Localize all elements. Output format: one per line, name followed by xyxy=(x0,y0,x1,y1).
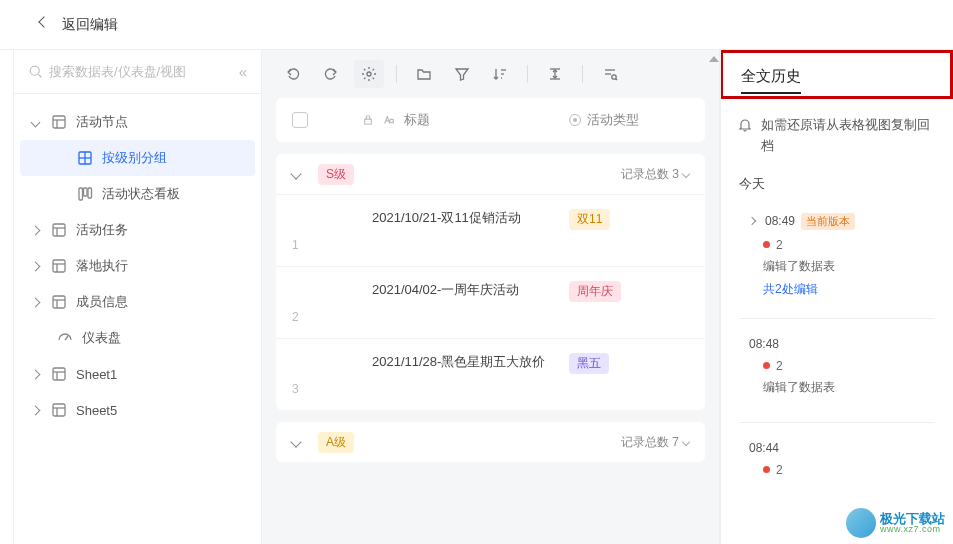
column-type[interactable]: 活动类型 xyxy=(569,111,689,129)
svg-rect-11 xyxy=(53,224,65,236)
filter-button[interactable] xyxy=(447,60,477,88)
svg-rect-17 xyxy=(53,296,65,308)
history-time: 08:48 xyxy=(749,337,779,351)
column-title[interactable]: 标题 xyxy=(362,111,555,129)
folder-button[interactable] xyxy=(409,60,439,88)
table-icon xyxy=(50,294,68,310)
table-icon xyxy=(50,114,68,130)
red-dot-icon xyxy=(763,241,770,248)
chevron-right-icon xyxy=(28,299,42,306)
history-desc: 编辑了数据表 xyxy=(763,258,935,275)
sidebar-item-label: 活动节点 xyxy=(76,113,128,131)
column-type-label: 活动类型 xyxy=(587,111,639,129)
svg-rect-10 xyxy=(88,188,92,198)
select-type-icon xyxy=(569,114,581,126)
svg-rect-39 xyxy=(365,119,372,124)
dashboard-icon xyxy=(56,330,74,346)
group-tag: S级 xyxy=(318,164,354,185)
sidebar-item-status-board[interactable]: 活动状态看板 xyxy=(20,176,255,212)
table-icon xyxy=(50,402,68,418)
redo-button[interactable] xyxy=(316,60,346,88)
red-dot-icon xyxy=(763,362,770,369)
group-count[interactable]: 记录总数 7 xyxy=(621,434,689,451)
search-table-button[interactable] xyxy=(595,60,625,88)
table-row[interactable]: 3 2021/11/28-黑色星期五大放价 黑五 xyxy=(276,338,705,410)
chevron-right-icon xyxy=(28,263,42,270)
row-type: 双11 xyxy=(569,209,689,230)
history-item[interactable]: 08:48 2 编辑了数据表 xyxy=(739,329,935,418)
group-header[interactable]: A级 记录总数 7 xyxy=(276,422,705,462)
back-to-edit-link[interactable]: 返回编辑 xyxy=(40,16,118,34)
row-title: 2021/04/02-一周年庆活动 xyxy=(332,281,569,299)
sidebar-item-label: 落地执行 xyxy=(76,257,128,275)
divider xyxy=(739,318,935,319)
group-tag: A级 xyxy=(318,432,354,453)
search-input[interactable] xyxy=(49,64,235,79)
sidebar-item-members[interactable]: 成员信息 xyxy=(20,284,255,320)
sidebar-item-execution[interactable]: 落地执行 xyxy=(20,248,255,284)
group-header[interactable]: S级 记录总数 3 xyxy=(276,154,705,194)
back-label: 返回编辑 xyxy=(62,16,118,34)
sidebar-item-dashboard[interactable]: 仪表盘 xyxy=(20,320,255,356)
chevron-right-icon xyxy=(28,371,42,378)
row-title: 2021/11/28-黑色星期五大放价 xyxy=(332,353,569,371)
sidebar-item-label: 成员信息 xyxy=(76,293,128,311)
sidebar-item-sheet1[interactable]: Sheet1 xyxy=(20,356,255,392)
left-rail xyxy=(0,50,14,544)
svg-point-27 xyxy=(367,72,371,76)
table-row[interactable]: 2 2021/04/02-一周年庆活动 周年庆 xyxy=(276,266,705,338)
kanban-icon xyxy=(76,186,94,202)
history-change-count: 2 xyxy=(763,238,935,252)
sidebar-item-label: 仪表盘 xyxy=(82,329,121,347)
chevron-down-icon xyxy=(292,170,308,178)
chevron-left-icon xyxy=(40,18,54,32)
table-icon xyxy=(50,258,68,274)
history-desc: 编辑了数据表 xyxy=(763,379,935,396)
search-icon xyxy=(28,64,43,79)
table-icon xyxy=(50,366,68,382)
watermark-name: 极光下载站 xyxy=(880,512,945,525)
history-item[interactable]: 08:49 当前版本 2 编辑了数据表 共2处编辑 xyxy=(739,205,935,314)
undo-button[interactable] xyxy=(278,60,308,88)
group-a: A级 记录总数 7 xyxy=(276,422,705,462)
settings-button[interactable] xyxy=(354,60,384,88)
svg-rect-14 xyxy=(53,260,65,272)
toolbar xyxy=(262,50,719,98)
history-item[interactable]: 08:44 2 xyxy=(739,433,935,499)
history-panel: 全文历史 如需还原请从表格视图复制回档 今天 08:49 当前版本 2 xyxy=(721,50,953,544)
sidebar-item-label: Sheet1 xyxy=(76,367,117,382)
svg-rect-8 xyxy=(79,188,83,200)
watermark-icon xyxy=(846,508,876,538)
table-row[interactable]: 1 2021/10/21-双11促销活动 双11 xyxy=(276,194,705,266)
collapse-sidebar-button[interactable]: « xyxy=(235,63,251,80)
sidebar-item-sheet5[interactable]: Sheet5 xyxy=(20,392,255,428)
current-version-badge: 当前版本 xyxy=(801,213,855,230)
chevron-down-icon xyxy=(682,170,690,178)
sidebar-item-label: 按级别分组 xyxy=(102,149,167,167)
scroll-up-icon[interactable] xyxy=(709,56,719,62)
table-icon xyxy=(50,222,68,238)
select-all-checkbox[interactable] xyxy=(292,112,308,128)
history-link[interactable]: 共2处编辑 xyxy=(763,281,935,298)
group-count[interactable]: 记录总数 3 xyxy=(621,166,689,183)
watermark: 极光下载站 www.xz7.com xyxy=(846,508,945,538)
sidebar-item-group-by-level[interactable]: 按级别分组 xyxy=(20,140,255,176)
history-header[interactable]: 全文历史 xyxy=(741,67,801,86)
sidebar-item-activity-nodes[interactable]: 活动节点 xyxy=(20,104,255,140)
lock-icon xyxy=(362,114,374,126)
svg-line-38 xyxy=(616,79,617,80)
sidebar-item-label: 活动任务 xyxy=(76,221,128,239)
svg-point-37 xyxy=(612,75,616,79)
divider xyxy=(739,422,935,423)
history-time: 08:49 xyxy=(765,214,795,228)
sidebar-item-label: 活动状态看板 xyxy=(102,185,180,203)
bell-icon xyxy=(737,117,753,133)
watermark-url: www.xz7.com xyxy=(880,525,945,534)
sidebar-item-activity-tasks[interactable]: 活动任务 xyxy=(20,212,255,248)
row-height-button[interactable] xyxy=(540,60,570,88)
sort-button[interactable] xyxy=(485,60,515,88)
chevron-right-icon xyxy=(28,407,42,414)
chevron-down-icon xyxy=(682,438,690,446)
chevron-down-icon xyxy=(28,119,42,126)
history-day-label: 今天 xyxy=(739,175,935,193)
